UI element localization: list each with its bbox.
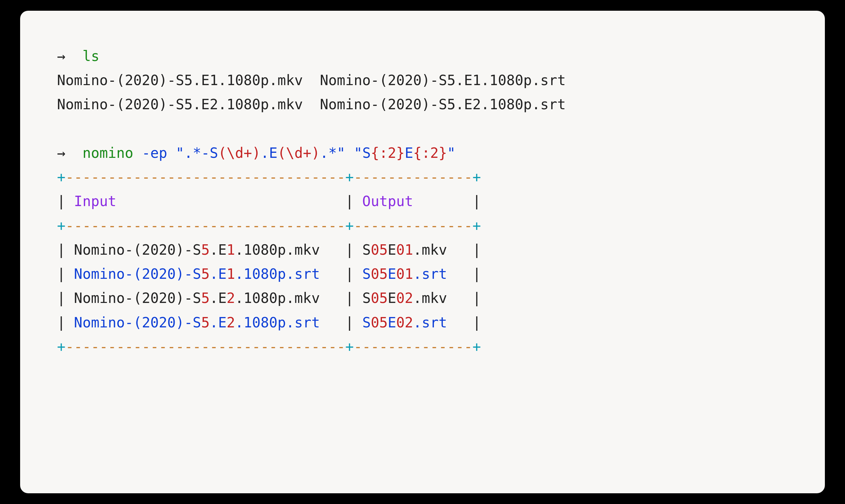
- file-name: Nomino-(2020)-S5.E1.1080p.srt: [320, 72, 566, 88]
- table-row: | Nomino-(2020)-S5.E1.1080p.mkv | S05E01…: [57, 238, 788, 262]
- table-row: | Nomino-(2020)-S5.E1.1080p.srt | S05E01…: [57, 262, 788, 286]
- cell-output-num: 02: [397, 314, 413, 331]
- table-pipe: |: [473, 290, 481, 306]
- cell-input-num: 5: [201, 290, 210, 306]
- cell-output-segment: E: [388, 266, 396, 282]
- border-corner: +: [473, 169, 481, 185]
- cell-input-segment: .1080p.mkv: [235, 241, 320, 258]
- cell-output-segment: E: [388, 314, 396, 331]
- file-name: Nomino-(2020)-S5.E2.1080p.mkv: [57, 96, 303, 113]
- header-input: Input: [74, 193, 116, 210]
- cell-input-segment: .1080p.srt: [235, 266, 320, 282]
- cell-output-num: 05: [371, 290, 388, 306]
- cell-input-segment: Nomino-(2020)-S: [74, 290, 201, 306]
- table-pipe: |: [473, 266, 481, 282]
- border-corner: +: [57, 339, 65, 355]
- border-corner: +: [473, 339, 481, 355]
- cell-output-segment: .srt: [413, 266, 447, 282]
- cell-output-segment: S: [362, 314, 371, 331]
- border-dash: ---------------------------------: [65, 169, 345, 185]
- table-border: +---------------------------------+-----…: [57, 165, 788, 189]
- format-segment: S: [362, 145, 371, 161]
- cell-output-num: 05: [371, 314, 388, 331]
- border-corner: +: [346, 169, 354, 185]
- file-name: Nomino-(2020)-S5.E1.1080p.mkv: [57, 72, 303, 88]
- border-corner: +: [57, 217, 65, 234]
- cell-output-num: 05: [371, 266, 388, 282]
- cell-input-num: 1: [227, 241, 235, 258]
- ls-output-row-2: Nomino-(2020)-S5.E2.1080p.mkv Nomino-(20…: [57, 92, 788, 116]
- command-nomino: nomino: [83, 145, 134, 161]
- regex-group: (\d+): [218, 145, 261, 161]
- ls-output-row-1: Nomino-(2020)-S5.E1.1080p.mkv Nomino-(20…: [57, 68, 788, 92]
- border-corner: +: [57, 169, 65, 185]
- table-border: +---------------------------------+-----…: [57, 214, 788, 238]
- border-dash: ---------------------------------: [65, 339, 345, 355]
- table-pipe: |: [346, 314, 354, 331]
- cell-output-segment: .mkv: [413, 241, 447, 258]
- border-corner: +: [346, 217, 354, 234]
- cell-output-segment: .srt: [413, 314, 447, 331]
- table-border: +---------------------------------+-----…: [57, 335, 788, 359]
- cell-output-segment: E: [388, 241, 396, 258]
- table-pipe: |: [346, 266, 354, 282]
- prompt-line-ls: → ls: [57, 44, 788, 68]
- border-dash: ---------------------------------: [65, 217, 345, 234]
- border-corner: +: [473, 217, 481, 234]
- format-placeholder: {:2}: [413, 145, 447, 161]
- table-pipe: |: [346, 193, 354, 210]
- cell-input-segment: .E: [210, 290, 227, 306]
- regex-segment: .E: [261, 145, 278, 161]
- border-dash: --------------: [354, 169, 473, 185]
- table-pipe: |: [57, 266, 65, 282]
- cell-output-segment: E: [388, 290, 396, 306]
- table-pipe: |: [473, 314, 481, 331]
- border-corner: +: [346, 339, 354, 355]
- cell-input-num: 2: [227, 290, 235, 306]
- cell-input-segment: Nomino-(2020)-S: [74, 266, 201, 282]
- prompt-line-nomino: → nomino -ep ".*-S(\d+).E(\d+).*" "S{:2}…: [57, 141, 788, 165]
- cell-input-segment: .1080p.mkv: [235, 290, 320, 306]
- table-pipe: |: [57, 290, 65, 306]
- table-pipe: |: [57, 314, 65, 331]
- cell-input-segment: .E: [210, 241, 227, 258]
- table-pipe: |: [346, 241, 354, 258]
- cell-output-num: 02: [397, 290, 413, 306]
- regex-segment: .*-S: [184, 145, 218, 161]
- table-pipe: |: [57, 241, 65, 258]
- table-pipe: |: [346, 290, 354, 306]
- file-name: Nomino-(2020)-S5.E2.1080p.srt: [320, 96, 566, 113]
- cell-input-segment: .E: [210, 314, 227, 331]
- cell-output-segment: S: [362, 241, 371, 258]
- border-dash: --------------: [354, 217, 473, 234]
- quote: ": [354, 145, 362, 161]
- flag: -ep: [142, 145, 167, 161]
- table-pipe: |: [473, 241, 481, 258]
- cell-input-num: 5: [201, 314, 210, 331]
- table-header-row: | Input | Output |: [57, 189, 788, 214]
- cell-input-segment: Nomino-(2020)-S: [74, 314, 201, 331]
- terminal-window: → ls Nomino-(2020)-S5.E1.1080p.mkv Nomin…: [20, 11, 825, 493]
- table-pipe: |: [57, 193, 65, 210]
- table-pipe: |: [473, 193, 481, 210]
- quote: ": [176, 145, 184, 161]
- cell-output-segment: .mkv: [413, 290, 447, 306]
- format-segment: E: [405, 145, 413, 161]
- cell-output-segment: S: [362, 266, 371, 282]
- header-output: Output: [362, 193, 413, 210]
- cell-input-num: 5: [201, 241, 210, 258]
- cell-input-num: 2: [227, 314, 235, 331]
- border-dash: --------------: [354, 339, 473, 355]
- cell-input-num: 1: [227, 266, 235, 282]
- command-ls: ls: [83, 48, 100, 64]
- regex-segment: .*: [320, 145, 337, 161]
- quote: ": [447, 145, 455, 161]
- cell-output-segment: S: [362, 290, 371, 306]
- cell-input-num: 5: [201, 266, 210, 282]
- cell-input-segment: .1080p.srt: [235, 314, 320, 331]
- blank-line: [57, 117, 788, 141]
- table-row: | Nomino-(2020)-S5.E2.1080p.srt | S05E02…: [57, 311, 788, 335]
- prompt-arrow-icon: →: [57, 48, 65, 64]
- cell-output-num: 01: [397, 266, 413, 282]
- quote: ": [337, 145, 346, 161]
